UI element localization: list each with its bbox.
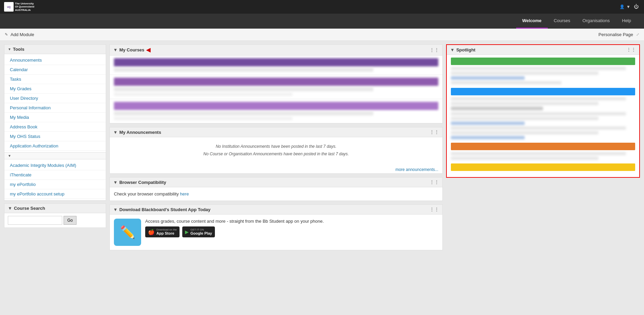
center-column: ▼ My Courses ◀ ⋮⋮ — [109, 44, 443, 312]
spotlight-line — [451, 112, 626, 115]
sidebar-item-aim[interactable]: Academic Integrity Modules (AIM) — [4, 161, 106, 170]
spotlight-bar-blue — [451, 88, 635, 95]
spotlight-drag-handle[interactable]: ⋮⋮ — [626, 47, 636, 52]
spotlight-line — [451, 152, 626, 155]
download-drag-handle[interactable]: ⋮⋮ — [429, 207, 439, 212]
sidebar-item-user-directory[interactable]: User Directory — [4, 94, 106, 103]
no-institution-text: No Institution Announcements have been p… — [114, 144, 438, 149]
sidebar-item-ithenticate[interactable]: iThenticate — [4, 170, 106, 180]
sidebar-item-my-ohs-status[interactable]: My OHS Status — [4, 132, 106, 141]
tools-panel: ▼ Tools Announcements Calendar Tasks My … — [4, 44, 106, 201]
course-title-bar-2 — [114, 78, 438, 86]
browser-title: Browser Compatibility — [119, 180, 166, 185]
uq-crest: UQ — [4, 2, 14, 12]
google-play-badge[interactable]: ▶ GET IT ON Google Play — [182, 226, 215, 237]
spotlight-text-3 — [451, 152, 635, 160]
tools-title: Tools — [13, 47, 24, 52]
nav-courses[interactable]: Courses — [548, 14, 576, 29]
sidebar-item-application-authorization[interactable]: Application Authorization — [4, 141, 106, 151]
browser-text: Check your browser compatibility — [114, 191, 180, 196]
spotlight-entry-3 — [451, 143, 635, 160]
my-courses-arrow-icon: ◀ — [146, 47, 150, 53]
sidebar-item-my-grades[interactable]: My Grades — [4, 84, 106, 94]
google-play-icon: ▶ — [185, 229, 189, 235]
spotlight-line — [451, 67, 626, 70]
main-content: ▼ Tools Announcements Calendar Tasks My … — [0, 41, 644, 315]
more-announcements-link[interactable]: more announcements... — [110, 166, 442, 173]
course-search-title: Course Search — [14, 206, 45, 211]
user-menu[interactable]: 👤 ▼ — [620, 4, 630, 9]
announcements-body: No Institution Announcements have been p… — [110, 137, 442, 166]
sidebar-item-eportfolio[interactable]: my ePortfolio — [4, 180, 106, 189]
course-title-bar-3 — [114, 102, 438, 110]
download-app-panel: ▼ Download Blackboard's Student App Toda… — [109, 204, 443, 250]
course-search-input[interactable] — [8, 216, 62, 225]
spotlight-entry-2 — [451, 88, 635, 139]
spotlight-link[interactable] — [451, 136, 525, 139]
browser-chevron-icon: ▼ — [113, 180, 118, 185]
app-description: Access grades, course content and more -… — [145, 219, 438, 224]
tools-panel-header: ▼ Tools — [4, 45, 106, 54]
power-button[interactable]: ⏻ — [634, 4, 640, 10]
course-search-go-button[interactable]: Go — [64, 216, 77, 225]
app-text-area: Access grades, course content and more -… — [145, 219, 438, 237]
spotlight-header: ▼ Spotlight ⋮⋮ — [447, 45, 639, 55]
spotlight-bar-orange — [451, 143, 635, 150]
app-icon-box: ✏️ — [114, 219, 141, 246]
my-courses-header: ▼ My Courses ◀ ⋮⋮ — [110, 45, 442, 56]
spotlight-text-2 — [451, 97, 635, 139]
spotlight-line — [451, 117, 598, 120]
course-search-panel: ▼ Course Search Go — [4, 203, 106, 228]
spotlight-link[interactable] — [451, 122, 525, 125]
sidebar-item-personal-information[interactable]: Personal Information — [4, 103, 106, 113]
logo-area: UQ The UniversityOf QueenslandAUSTRALIA — [4, 2, 34, 12]
my-courses-drag-handle[interactable]: ⋮⋮ — [429, 47, 439, 53]
my-announcements-panel: ▼ My Announcements ⋮⋮ No Institution Ann… — [109, 127, 443, 174]
course-search-header: ▼ Course Search — [4, 204, 106, 213]
announcements-drag-handle[interactable]: ⋮⋮ — [429, 129, 439, 135]
course-row[interactable] — [110, 99, 442, 123]
spotlight-title: Spotlight — [456, 47, 475, 52]
spotlight-bar-green — [451, 58, 635, 65]
announcements-header-left: ▼ My Announcements — [113, 130, 161, 135]
browser-here-link[interactable]: here — [180, 191, 189, 196]
browser-header-left: ▼ Browser Compatibility — [113, 180, 166, 185]
course-row[interactable] — [110, 56, 442, 75]
course-title-bar-1 — [114, 58, 438, 66]
toolbar-right: Personalise Page ⤢ — [598, 32, 639, 37]
sidebar-item-eportfolio-setup[interactable]: my ePortfolio account setup — [4, 189, 106, 199]
app-store-badge[interactable]: 🍎 Download on the App Store — [145, 226, 180, 237]
sidebar-item-announcements[interactable]: Announcements — [4, 56, 106, 65]
nav-bar: Welcome Courses Organisations Help — [0, 14, 644, 29]
announcements-title: My Announcements — [119, 130, 161, 135]
browser-drag-handle[interactable]: ⋮⋮ — [429, 179, 439, 185]
right-column: ▼ Spotlight ⋮⋮ — [446, 44, 640, 312]
nav-organisations[interactable]: Organisations — [576, 14, 616, 29]
spotlight-line — [451, 72, 598, 75]
sidebar-item-my-media[interactable]: My Media — [4, 113, 106, 122]
tools-chevron-icon: ▼ — [8, 47, 11, 51]
spotlight-panel: ▼ Spotlight ⋮⋮ — [446, 44, 640, 178]
app-store-large-text: App Store — [156, 231, 177, 236]
spotlight-chevron-icon: ▼ — [450, 47, 455, 52]
spotlight-line — [451, 102, 598, 105]
university-logo: UQ The UniversityOf QueenslandAUSTRALIA — [4, 2, 34, 12]
announcements-chevron-icon: ▼ — [113, 130, 118, 135]
apple-icon: 🍎 — [148, 229, 155, 235]
course-row[interactable] — [110, 75, 442, 99]
tools-nav: Announcements Calendar Tasks My Grades U… — [4, 54, 106, 152]
google-play-text: GET IT ON Google Play — [190, 228, 212, 236]
sidebar-item-tasks[interactable]: Tasks — [4, 75, 106, 84]
spotlight-link[interactable] — [451, 76, 525, 80]
toolbar-left: ✎ Add Module — [5, 32, 34, 37]
pencil-icon: ✏️ — [120, 225, 135, 239]
personalise-page-link[interactable]: Personalise Page — [598, 32, 633, 37]
course-desc-3 — [114, 111, 373, 115]
nav-help[interactable]: Help — [616, 14, 637, 29]
add-module-link[interactable]: Add Module — [11, 32, 34, 37]
browser-body: Check your browser compatibility here — [110, 187, 442, 201]
nav-welcome[interactable]: Welcome — [516, 14, 548, 29]
sidebar-item-address-book[interactable]: Address Book — [4, 122, 106, 132]
app-store-text: Download on the App Store — [156, 228, 177, 236]
sidebar-item-calendar[interactable]: Calendar — [4, 65, 106, 75]
